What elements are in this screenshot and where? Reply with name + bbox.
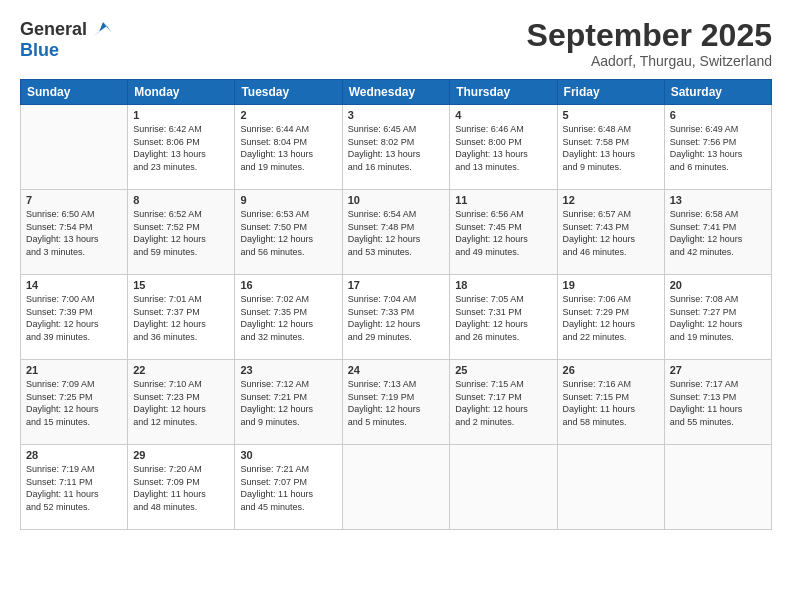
calendar-cell: 7Sunrise: 6:50 AMSunset: 7:54 PMDaylight…	[21, 190, 128, 275]
calendar-cell: 3Sunrise: 6:45 AMSunset: 8:02 PMDaylight…	[342, 105, 450, 190]
calendar-cell: 14Sunrise: 7:00 AMSunset: 7:39 PMDayligh…	[21, 275, 128, 360]
day-info: Sunrise: 6:45 AMSunset: 8:02 PMDaylight:…	[348, 123, 445, 173]
day-info: Sunrise: 7:09 AMSunset: 7:25 PMDaylight:…	[26, 378, 122, 428]
day-info: Sunrise: 7:20 AMSunset: 7:09 PMDaylight:…	[133, 463, 229, 513]
logo: General Blue	[20, 18, 111, 61]
calendar-cell: 26Sunrise: 7:16 AMSunset: 7:15 PMDayligh…	[557, 360, 664, 445]
calendar-cell: 24Sunrise: 7:13 AMSunset: 7:19 PMDayligh…	[342, 360, 450, 445]
day-number: 13	[670, 194, 766, 206]
day-info: Sunrise: 7:06 AMSunset: 7:29 PMDaylight:…	[563, 293, 659, 343]
day-info: Sunrise: 7:10 AMSunset: 7:23 PMDaylight:…	[133, 378, 229, 428]
day-number: 6	[670, 109, 766, 121]
weekday-header-tuesday: Tuesday	[235, 80, 342, 105]
day-info: Sunrise: 6:56 AMSunset: 7:45 PMDaylight:…	[455, 208, 551, 258]
day-info: Sunrise: 6:57 AMSunset: 7:43 PMDaylight:…	[563, 208, 659, 258]
day-number: 16	[240, 279, 336, 291]
calendar-cell: 6Sunrise: 6:49 AMSunset: 7:56 PMDaylight…	[664, 105, 771, 190]
weekday-header-wednesday: Wednesday	[342, 80, 450, 105]
svg-marker-0	[93, 22, 111, 36]
day-number: 10	[348, 194, 445, 206]
day-info: Sunrise: 6:48 AMSunset: 7:58 PMDaylight:…	[563, 123, 659, 173]
day-info: Sunrise: 7:15 AMSunset: 7:17 PMDaylight:…	[455, 378, 551, 428]
calendar-cell	[557, 445, 664, 530]
day-number: 2	[240, 109, 336, 121]
day-info: Sunrise: 7:00 AMSunset: 7:39 PMDaylight:…	[26, 293, 122, 343]
location-subtitle: Aadorf, Thurgau, Switzerland	[527, 53, 772, 69]
day-info: Sunrise: 7:13 AMSunset: 7:19 PMDaylight:…	[348, 378, 445, 428]
calendar-cell: 18Sunrise: 7:05 AMSunset: 7:31 PMDayligh…	[450, 275, 557, 360]
calendar-cell	[21, 105, 128, 190]
weekday-header-sunday: Sunday	[21, 80, 128, 105]
week-row-3: 14Sunrise: 7:00 AMSunset: 7:39 PMDayligh…	[21, 275, 772, 360]
day-number: 15	[133, 279, 229, 291]
calendar-cell	[450, 445, 557, 530]
calendar-cell: 28Sunrise: 7:19 AMSunset: 7:11 PMDayligh…	[21, 445, 128, 530]
calendar-cell: 2Sunrise: 6:44 AMSunset: 8:04 PMDaylight…	[235, 105, 342, 190]
title-block: September 2025 Aadorf, Thurgau, Switzerl…	[527, 18, 772, 69]
calendar-cell: 21Sunrise: 7:09 AMSunset: 7:25 PMDayligh…	[21, 360, 128, 445]
calendar-cell: 16Sunrise: 7:02 AMSunset: 7:35 PMDayligh…	[235, 275, 342, 360]
logo-icon	[89, 18, 111, 40]
week-row-1: 1Sunrise: 6:42 AMSunset: 8:06 PMDaylight…	[21, 105, 772, 190]
week-row-5: 28Sunrise: 7:19 AMSunset: 7:11 PMDayligh…	[21, 445, 772, 530]
calendar-cell: 19Sunrise: 7:06 AMSunset: 7:29 PMDayligh…	[557, 275, 664, 360]
day-number: 22	[133, 364, 229, 376]
day-number: 23	[240, 364, 336, 376]
day-number: 29	[133, 449, 229, 461]
weekday-header-row: SundayMondayTuesdayWednesdayThursdayFrid…	[21, 80, 772, 105]
day-number: 9	[240, 194, 336, 206]
day-info: Sunrise: 7:17 AMSunset: 7:13 PMDaylight:…	[670, 378, 766, 428]
day-number: 12	[563, 194, 659, 206]
day-number: 14	[26, 279, 122, 291]
calendar-cell: 9Sunrise: 6:53 AMSunset: 7:50 PMDaylight…	[235, 190, 342, 275]
day-info: Sunrise: 6:50 AMSunset: 7:54 PMDaylight:…	[26, 208, 122, 258]
calendar-cell: 29Sunrise: 7:20 AMSunset: 7:09 PMDayligh…	[128, 445, 235, 530]
calendar-cell: 30Sunrise: 7:21 AMSunset: 7:07 PMDayligh…	[235, 445, 342, 530]
calendar-cell: 4Sunrise: 6:46 AMSunset: 8:00 PMDaylight…	[450, 105, 557, 190]
day-number: 4	[455, 109, 551, 121]
day-info: Sunrise: 6:42 AMSunset: 8:06 PMDaylight:…	[133, 123, 229, 173]
day-number: 25	[455, 364, 551, 376]
calendar-cell: 8Sunrise: 6:52 AMSunset: 7:52 PMDaylight…	[128, 190, 235, 275]
day-info: Sunrise: 6:49 AMSunset: 7:56 PMDaylight:…	[670, 123, 766, 173]
weekday-header-monday: Monday	[128, 80, 235, 105]
day-number: 21	[26, 364, 122, 376]
calendar-cell: 20Sunrise: 7:08 AMSunset: 7:27 PMDayligh…	[664, 275, 771, 360]
day-info: Sunrise: 7:02 AMSunset: 7:35 PMDaylight:…	[240, 293, 336, 343]
calendar-cell: 10Sunrise: 6:54 AMSunset: 7:48 PMDayligh…	[342, 190, 450, 275]
day-number: 28	[26, 449, 122, 461]
day-info: Sunrise: 7:08 AMSunset: 7:27 PMDaylight:…	[670, 293, 766, 343]
weekday-header-saturday: Saturday	[664, 80, 771, 105]
weekday-header-thursday: Thursday	[450, 80, 557, 105]
logo-general-text: General	[20, 19, 87, 40]
day-number: 8	[133, 194, 229, 206]
day-info: Sunrise: 6:53 AMSunset: 7:50 PMDaylight:…	[240, 208, 336, 258]
calendar-cell: 22Sunrise: 7:10 AMSunset: 7:23 PMDayligh…	[128, 360, 235, 445]
day-info: Sunrise: 6:54 AMSunset: 7:48 PMDaylight:…	[348, 208, 445, 258]
day-number: 18	[455, 279, 551, 291]
week-row-4: 21Sunrise: 7:09 AMSunset: 7:25 PMDayligh…	[21, 360, 772, 445]
day-number: 11	[455, 194, 551, 206]
day-number: 27	[670, 364, 766, 376]
day-number: 19	[563, 279, 659, 291]
calendar-cell: 25Sunrise: 7:15 AMSunset: 7:17 PMDayligh…	[450, 360, 557, 445]
day-number: 3	[348, 109, 445, 121]
logo-blue-text: Blue	[20, 40, 59, 61]
day-number: 7	[26, 194, 122, 206]
day-info: Sunrise: 7:05 AMSunset: 7:31 PMDaylight:…	[455, 293, 551, 343]
calendar-cell: 27Sunrise: 7:17 AMSunset: 7:13 PMDayligh…	[664, 360, 771, 445]
calendar-table: SundayMondayTuesdayWednesdayThursdayFrid…	[20, 79, 772, 530]
day-number: 5	[563, 109, 659, 121]
calendar-cell: 12Sunrise: 6:57 AMSunset: 7:43 PMDayligh…	[557, 190, 664, 275]
weekday-header-friday: Friday	[557, 80, 664, 105]
day-info: Sunrise: 6:58 AMSunset: 7:41 PMDaylight:…	[670, 208, 766, 258]
month-title: September 2025	[527, 18, 772, 53]
day-number: 17	[348, 279, 445, 291]
page-header: General Blue September 2025 Aadorf, Thur…	[20, 18, 772, 69]
day-number: 1	[133, 109, 229, 121]
calendar-cell: 17Sunrise: 7:04 AMSunset: 7:33 PMDayligh…	[342, 275, 450, 360]
calendar-cell	[342, 445, 450, 530]
day-number: 26	[563, 364, 659, 376]
calendar-cell: 5Sunrise: 6:48 AMSunset: 7:58 PMDaylight…	[557, 105, 664, 190]
day-info: Sunrise: 7:01 AMSunset: 7:37 PMDaylight:…	[133, 293, 229, 343]
